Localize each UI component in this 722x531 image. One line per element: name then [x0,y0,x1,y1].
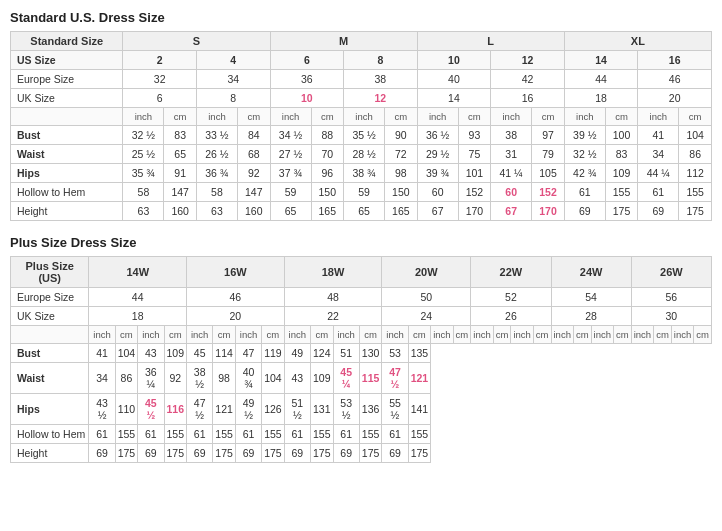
cell: 160 [164,202,197,221]
cell: 31 [491,145,532,164]
cell: 34 ½ [270,126,311,145]
cell: 155 [164,425,187,444]
peu-56: 56 [631,288,711,307]
punit-i4: inch [235,326,261,344]
cell: 65 [344,202,385,221]
cell: 155 [310,425,333,444]
peu-54: 54 [551,288,631,307]
uk-20: 20 [638,89,712,108]
plus-unit-empty [11,326,89,344]
cell: 98 [385,164,418,183]
uk-16: 16 [491,89,565,108]
cell: 88 [311,126,344,145]
cell: 165 [385,202,418,221]
unit-row-plus: inchcm inchcm inchcm inchcm inchcm inchc… [11,326,712,344]
row-label: Height [11,202,123,221]
uk-18: 18 [564,89,638,108]
cell: 104 [679,126,712,145]
standard-table: Standard Size S M L XL US Size 2 4 6 8 1… [10,31,712,221]
plus-uk-label: UK Size [11,307,89,326]
us-2: 2 [123,51,197,70]
unit-empty [11,108,123,126]
cell: 47 ½ [187,394,213,425]
cell: 41 [638,126,679,145]
xl-header: XL [564,32,711,51]
peu-50: 50 [382,288,471,307]
cell: 135 [408,344,431,363]
unit-inch-4: inch [344,108,385,126]
punit-i5: inch [284,326,310,344]
cell: 98 [213,363,236,394]
cell: 90 [385,126,418,145]
punit-i12: inch [591,326,613,344]
cell: 152 [458,183,491,202]
cell: 28 ½ [344,145,385,164]
cell: 69 [284,444,310,463]
cell: 60 [417,183,458,202]
cell: 69 [235,444,261,463]
cell: 124 [310,344,333,363]
eu-36: 36 [270,70,344,89]
cell: 165 [311,202,344,221]
cell: 116 [164,394,187,425]
cell: 51 ½ [284,394,310,425]
puk-22: 22 [284,307,382,326]
europe-size-row: Europe Size 32 34 36 38 40 42 44 46 [11,70,712,89]
cell: 47 ½ [382,363,408,394]
punit-i3: inch [187,326,213,344]
punit-c11: cm [573,326,591,344]
cell: 83 [164,126,197,145]
eu-42: 42 [491,70,565,89]
cell: 61 [138,425,164,444]
cell: 86 [115,363,138,394]
cell: 150 [385,183,418,202]
cell: 61 [638,183,679,202]
p-16w: 16W [187,257,285,288]
cell: 61 [89,425,115,444]
table-row: Bust32 ½8333 ½8434 ½8835 ½9036 ½93389739… [11,126,712,145]
unit-cm-8: cm [679,108,712,126]
table-row: Hips35 ¾9136 ¾9237 ¾9638 ¾9839 ¾10141 ¼1… [11,164,712,183]
cell: 69 [89,444,115,463]
cell: 34 [638,145,679,164]
cell: 91 [164,164,197,183]
cell: 160 [237,202,270,221]
cell: 38 [491,126,532,145]
cell: 155 [679,183,712,202]
cell: 150 [311,183,344,202]
cell: 61 [187,425,213,444]
table-row: Hips43 ½11045 ½11647 ½12149 ½12651 ½1315… [11,394,712,425]
uk-12: 12 [344,89,418,108]
cell: 100 [605,126,638,145]
cell: 92 [237,164,270,183]
row-label: Bust [11,126,123,145]
cell: 61 [284,425,310,444]
peu-46: 46 [187,288,285,307]
cell: 45 ¼ [333,363,359,394]
cell: 119 [262,344,285,363]
cell: 175 [408,444,431,463]
cell: 175 [115,444,138,463]
cell: 175 [359,444,382,463]
row-label: Height [11,444,89,463]
cell: 155 [213,425,236,444]
cell: 34 [89,363,115,394]
cell: 86 [679,145,712,164]
cell: 141 [408,394,431,425]
us-6: 6 [270,51,344,70]
punit-c1: cm [115,326,138,344]
cell: 36 ¾ [196,164,237,183]
plus-title: Plus Size Dress Size [10,235,712,250]
row-label: Hollow to Hem [11,425,89,444]
unit-cm-2: cm [237,108,270,126]
cell: 51 [333,344,359,363]
cell: 175 [213,444,236,463]
eu-38: 38 [344,70,418,89]
cell: 53 [382,344,408,363]
cell: 65 [270,202,311,221]
row-label: Hollow to Hem [11,183,123,202]
puk-28: 28 [551,307,631,326]
cell: 75 [458,145,491,164]
cell: 45 [187,344,213,363]
unit-row-standard: inchcm inchcm inchcm inchcm inchcm inchc… [11,108,712,126]
